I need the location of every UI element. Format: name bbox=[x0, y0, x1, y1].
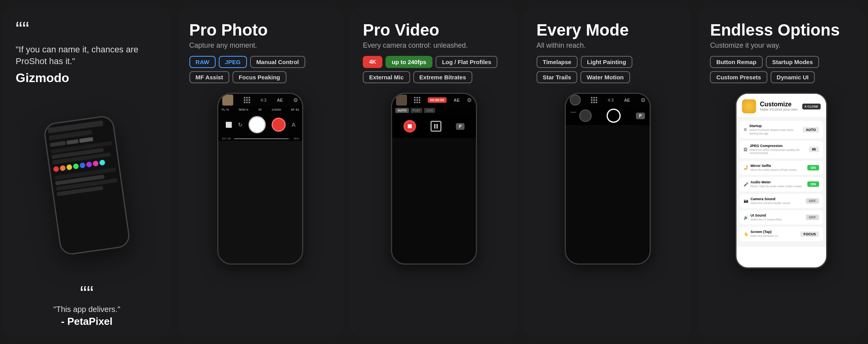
panel-every-mode: Every Mode All within reach. Timelapse L… bbox=[524, 7, 692, 337]
storage-percent: 96% bbox=[294, 137, 299, 140]
profile-selector: AUTO FLAT LOG bbox=[392, 106, 476, 115]
settings-icon: ⚙ bbox=[293, 97, 298, 103]
customize-phone-frame: Customize Make ProShot your own X CLOSE … bbox=[735, 93, 827, 269]
badge-manual-control: Manual Control bbox=[250, 56, 305, 68]
mode-controls-left: 〰 bbox=[571, 109, 592, 122]
setting-ui-sound-left: UI Sound Select the UI sound effect bbox=[751, 213, 806, 221]
ae-em: AE bbox=[624, 98, 630, 102]
panel-pro-video: Pro Video Every camera control: unleashe… bbox=[350, 7, 518, 337]
preset-em[interactable]: P bbox=[636, 113, 645, 119]
shutter-button[interactable] bbox=[249, 116, 266, 133]
dial-control[interactable] bbox=[579, 109, 592, 122]
setting-camera-sound-toggle[interactable]: OFF bbox=[806, 198, 819, 204]
record-button[interactable] bbox=[272, 118, 286, 132]
pro-photo-title: Pro Photo bbox=[189, 21, 332, 39]
endless-options-header: Endless Options Customize it your way. B… bbox=[710, 21, 852, 86]
endless-phone-display: Customize Make ProShot your own X CLOSE … bbox=[710, 93, 852, 328]
stop-record-button[interactable] bbox=[403, 120, 416, 133]
endless-badges-row2: Custom Presets Dynamic UI bbox=[710, 71, 852, 83]
every-mode-badges-row1: Timelapse Light Painting bbox=[537, 56, 679, 68]
badge-extreme-bitrates: Extreme Bitrates bbox=[413, 71, 472, 83]
every-mode-subtitle: All within reach. bbox=[537, 41, 679, 50]
setting-mirror-toggle[interactable]: ON bbox=[807, 165, 819, 170]
every-mode-badges-row2: Star Trails Water Motion bbox=[537, 71, 679, 83]
badge-jpeg: JPEG bbox=[219, 56, 247, 68]
badge-water-motion: Water Motion bbox=[580, 71, 630, 83]
cam-bottom-info-bar: FL % 5600 K 50 1/4000 AF 82 bbox=[218, 106, 302, 113]
focal-length: FL % bbox=[222, 108, 229, 111]
pro-photo-badges-row1: RAW JPEG Manual Control bbox=[189, 56, 332, 68]
panel-endless-options: Endless Options Customize it your way. B… bbox=[697, 7, 865, 337]
jpeg-icon: 🖼 bbox=[744, 147, 747, 152]
customize-header: Customize Make ProShot your own X CLOSE bbox=[737, 94, 826, 118]
setting-ui-sound-toggle[interactable]: OFF bbox=[806, 215, 819, 220]
grid-icon-em bbox=[591, 97, 597, 103]
endless-options-subtitle: Customize it your way. bbox=[710, 41, 852, 50]
pro-video-phone-display: 00:00:05 AE ⚙ AUTO FLAT LOG bbox=[363, 93, 505, 328]
waves-icon: 〰 bbox=[571, 109, 576, 122]
settings-em: ⚙ bbox=[641, 97, 646, 103]
capture-btn-em bbox=[607, 109, 621, 123]
setting-screen-tap: 👆 Screen (Tap) Select the behavior on...… bbox=[740, 227, 823, 241]
badge-timelapse: Timelapse bbox=[537, 56, 578, 68]
setting-ui-sound-desc: Select the UI sound effect bbox=[751, 218, 806, 221]
panel-pro-photo: Pro Photo Capture any moment. RAW JPEG M… bbox=[177, 7, 344, 337]
pro-photo-bottom-bar: ⬜ ↻ A bbox=[218, 113, 302, 136]
pro-video-phone-frame: 00:00:05 AE ⚙ AUTO FLAT LOG bbox=[391, 93, 477, 265]
setting-jpeg-value: 95 bbox=[809, 147, 819, 152]
auto-label: A bbox=[292, 122, 295, 128]
every-mode-phone-frame: 4:3 AE ⚙ 19 38 bbox=[565, 93, 651, 265]
gallery-icon: ⬜ bbox=[225, 122, 232, 128]
af-value: AF 82 bbox=[291, 108, 299, 111]
customize-close-button[interactable]: X CLOSE bbox=[802, 104, 821, 109]
pro-photo-phone-display: 4:3 AE ⚙ 12MP RAW 2.0 0.5 bbox=[189, 93, 332, 328]
badge-button-remap: Button Remap bbox=[710, 56, 763, 68]
pro-video-badges-row1: 4K up to 240fps Log / Flat Profiles bbox=[363, 56, 505, 68]
setting-camera-sound-left: Camera Sound Select the camera shutter s… bbox=[751, 197, 806, 205]
thumbnail-icon bbox=[222, 95, 233, 106]
setting-audio-meter: 🎤 Audio Meter Show / hide the audio mete… bbox=[740, 177, 823, 191]
mode-icon bbox=[570, 95, 581, 106]
setting-mirror-title: Mirror Selfie bbox=[751, 164, 808, 168]
pro-photo-phone-frame: 4:3 AE ⚙ 12MP RAW 2.0 0.5 bbox=[217, 93, 303, 265]
phone-screen-1 bbox=[44, 116, 130, 255]
pro-photo-cam-topbar: 4:3 AE ⚙ bbox=[218, 94, 302, 106]
auto-profile: AUTO bbox=[395, 108, 409, 113]
setting-camera-sound: 📷 Camera Sound Select the camera shutter… bbox=[740, 194, 823, 208]
camera-sound-icon: 📷 bbox=[744, 199, 748, 203]
mirror-icon: 🤳 bbox=[744, 165, 748, 170]
every-mode-title: Every Mode bbox=[537, 21, 679, 39]
badge-dynamic-ui: Dynamic UI bbox=[771, 71, 815, 83]
pro-video-badges-row2: External Mic Extreme Bitrates bbox=[363, 71, 505, 83]
badge-log-profiles: Log / Flat Profiles bbox=[436, 56, 497, 68]
badge-4k: 4K bbox=[363, 56, 382, 68]
pro-photo-header: Pro Photo Capture any moment. RAW JPEG M… bbox=[189, 21, 332, 86]
setting-mirror-left: Mirror Selfie Mirror the selfie camera (… bbox=[751, 164, 808, 172]
ratio-em: 4:3 bbox=[608, 98, 614, 102]
badge-star-trails: Star Trails bbox=[537, 71, 578, 83]
badge-mf-assist: MF Assist bbox=[189, 71, 229, 83]
setting-mirror: 🤳 Mirror Selfie Mirror the selfie camera… bbox=[740, 161, 823, 175]
every-mode-topbar: 4:3 AE ⚙ bbox=[566, 94, 650, 106]
setting-audio-desc: Show / hide the audio meter (Video mode) bbox=[751, 185, 808, 188]
ae-text: AE bbox=[277, 98, 283, 102]
setting-mirror-desc: Mirror the selfie camera (Photo mode) bbox=[751, 168, 808, 172]
endless-options-title: Endless Options bbox=[710, 21, 852, 39]
quote-bottom-author: - PetaPixel bbox=[16, 315, 158, 328]
pro-video-title: Pro Video bbox=[363, 21, 505, 39]
setting-audio-left: Audio Meter Show / hide the audio meter … bbox=[751, 180, 808, 188]
storage-label: 200 GB bbox=[222, 137, 231, 140]
setting-screen-tap-left: Screen (Tap) Select the behavior on... bbox=[751, 230, 801, 238]
setting-screen-tap-value: FOCUS bbox=[800, 231, 819, 237]
iso: 50 bbox=[258, 108, 262, 111]
customize-title-group: Customize Make ProShot your own bbox=[760, 101, 798, 111]
preset-button[interactable]: P bbox=[456, 123, 465, 130]
setting-ui-sound-title: UI Sound bbox=[751, 213, 806, 217]
pro-video-bottom-bar: P bbox=[392, 115, 476, 138]
pause-button[interactable] bbox=[430, 121, 441, 132]
capture-circle[interactable] bbox=[607, 109, 621, 123]
log-profile: LOG bbox=[424, 108, 435, 113]
every-mode-bottom-bar: 〰 P bbox=[566, 106, 650, 125]
screen-tap-icon: 👆 bbox=[744, 232, 748, 236]
setting-audio-toggle[interactable]: ON bbox=[807, 181, 819, 187]
